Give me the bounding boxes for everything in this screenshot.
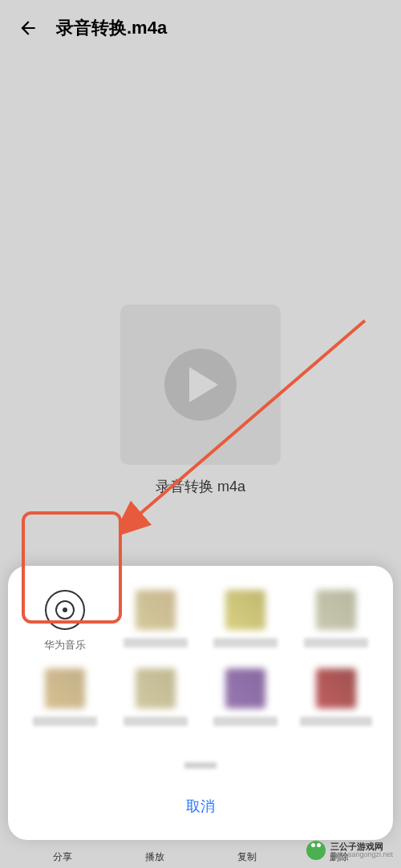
share-item-label — [124, 638, 188, 648]
cancel-button[interactable]: 取消 — [24, 789, 377, 824]
play-button[interactable] — [164, 349, 237, 421]
share-item-label — [213, 717, 277, 726]
share-item[interactable] — [295, 668, 378, 726]
tab-share[interactable]: 分享 — [53, 850, 72, 864]
share-item[interactable] — [205, 590, 287, 652]
share-item[interactable] — [205, 668, 287, 726]
share-sheet: 华为音乐 取消 — [8, 566, 393, 840]
app-icon — [316, 590, 356, 630]
watermark: 三公子游戏网 www.sangongzi.net — [306, 841, 393, 860]
share-item-label: 华为音乐 — [44, 638, 86, 652]
app-icon — [136, 590, 176, 630]
share-item-label — [304, 638, 368, 648]
share-item[interactable] — [115, 590, 197, 652]
page-indicator — [184, 762, 217, 769]
app-icon — [136, 668, 176, 709]
app-icon — [45, 668, 85, 709]
share-item-label — [33, 717, 97, 726]
watermark-url: www.sangongzi.net — [330, 851, 393, 859]
header: 录音转换.m4a — [0, 0, 401, 56]
share-app-grid: 华为音乐 — [24, 590, 377, 726]
file-name-label: 录音转换 m4a — [156, 477, 245, 496]
huawei-music-icon — [45, 590, 85, 630]
watermark-logo-icon — [306, 841, 326, 860]
watermark-text: 三公子游戏网 www.sangongzi.net — [330, 842, 393, 859]
share-item[interactable] — [115, 668, 197, 726]
app-icon — [225, 668, 265, 709]
share-item-huawei-music[interactable]: 华为音乐 — [24, 590, 107, 652]
share-item-label — [300, 717, 372, 726]
app-icon — [225, 590, 265, 630]
tab-play[interactable]: 播放 — [145, 850, 164, 864]
share-item[interactable] — [295, 590, 378, 652]
back-button[interactable] — [16, 16, 40, 40]
page-title: 录音转换.m4a — [56, 16, 167, 40]
play-icon — [189, 367, 218, 402]
back-arrow-icon — [18, 18, 38, 38]
app-icon — [316, 668, 356, 709]
file-preview: ♪ 录音转换 m4a — [120, 305, 281, 496]
share-item-label — [213, 638, 277, 648]
share-item[interactable] — [24, 668, 107, 726]
play-card[interactable]: ♪ — [120, 305, 281, 465]
share-item-label — [124, 717, 188, 726]
tab-copy[interactable]: 复制 — [237, 850, 257, 864]
